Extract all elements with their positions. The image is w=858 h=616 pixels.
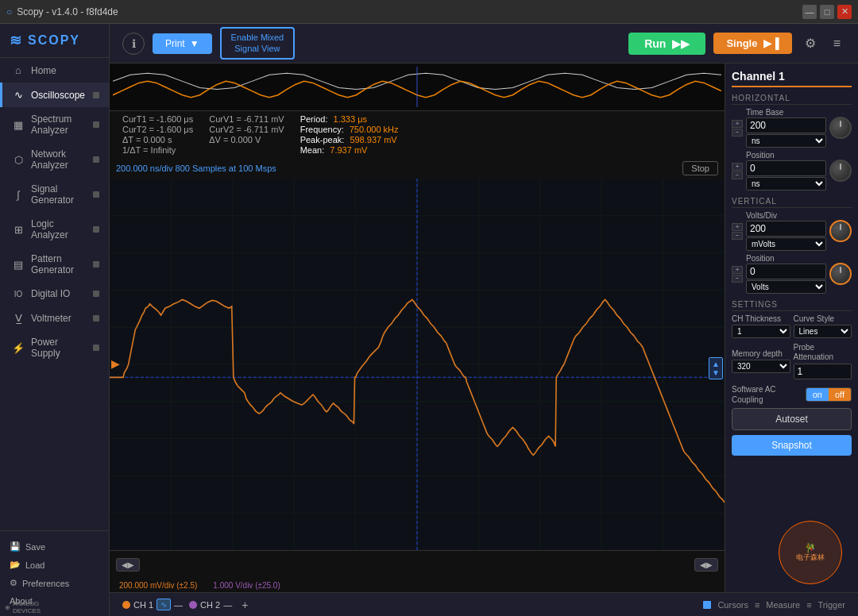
app-icon: ○ <box>6 6 12 17</box>
sidebar-badge-7 <box>93 291 99 297</box>
volts-div-control: + − Volts/Div mVolts Volts <box>732 211 852 251</box>
time-base-field: Time Base ns μs ms <box>746 108 826 148</box>
sidebar-item-pattern[interactable]: ▤ Pattern Generator <box>0 247 109 282</box>
sidebar-item-network[interactable]: ⬡ Network Analyzer <box>0 142 109 177</box>
power-icon: ⚡ <box>12 342 25 354</box>
curve-style-item: Curve Style Lines Dots Steps <box>794 314 852 338</box>
watermark: 🎋 电子森林 <box>779 521 842 584</box>
position-v-plus[interactable]: + <box>732 266 743 274</box>
position-h-pm: + − <box>732 163 743 179</box>
nav-right-button[interactable]: ◀▶ <box>694 558 718 572</box>
sidebar-header: ≋ SCOPY <box>0 24 109 58</box>
mini-waveform <box>110 64 725 111</box>
time-base-unit-select[interactable]: ns μs ms <box>746 134 826 148</box>
maximize-button[interactable]: □ <box>820 5 834 19</box>
volts-div-plus[interactable]: + <box>732 223 743 231</box>
cursor-v2: CurV2 = -6.711 mV <box>209 125 284 134</box>
network-icon: ⬡ <box>12 154 25 166</box>
nav-left-button[interactable]: ◀▶ <box>116 558 140 572</box>
cursor-col-2: CurV1 = -6.711 mV CurV2 = -6.711 mV ΔV =… <box>209 114 284 155</box>
volts-div-field: Volts/Div mVolts Volts <box>746 211 826 251</box>
position-v-pm: + − <box>732 266 743 283</box>
sidebar-item-spectrum[interactable]: ▦ Spectrum Analyzer <box>0 107 109 142</box>
position-v-knob[interactable] <box>829 263 852 285</box>
info-button[interactable]: ℹ <box>122 33 145 55</box>
autoset-button[interactable]: Autoset <box>732 408 852 430</box>
ac-off-button[interactable]: off <box>829 388 851 401</box>
curve-style-select[interactable]: Lines Dots Steps <box>794 325 852 338</box>
single-button[interactable]: Single ▶▐ <box>713 33 791 54</box>
time-base-minus[interactable]: − <box>732 129 743 137</box>
ch1-line: — <box>174 600 183 610</box>
sidebar-item-voltmeter[interactable]: V̲ Voltmeter <box>0 306 109 330</box>
sidebar-item-power[interactable]: ⚡ Power Supply <box>0 330 109 365</box>
logo-text: SCOPY <box>28 33 80 48</box>
sidebar-item-signal-gen[interactable]: ∫ Signal Generator <box>0 177 109 212</box>
add-channel-button[interactable]: + <box>242 599 248 611</box>
volts-div-input[interactable] <box>746 221 826 237</box>
ch2-line: — <box>223 600 232 610</box>
position-v-label: Position <box>746 254 826 263</box>
ac-coupling-toggle: on off <box>806 387 852 402</box>
position-v-unit-select[interactable]: Volts mVolts <box>746 280 826 294</box>
ch2-indicator: CH 2 — <box>189 600 232 610</box>
ac-coupling-label: Software AC Coupling <box>732 384 802 405</box>
run-label: Run <box>644 37 666 50</box>
time-base-plus[interactable]: + <box>732 120 743 128</box>
oscilloscope-icon: ∿ <box>12 89 25 101</box>
time-base-knob[interactable] <box>829 117 852 139</box>
position-h-minus[interactable]: − <box>732 171 743 179</box>
osc-bottom: ◀▶ ◀▶ <box>110 550 725 579</box>
snapshot-button[interactable]: Snapshot <box>732 435 852 456</box>
channel-title: Channel 1 <box>732 70 852 87</box>
volts-div-knob[interactable] <box>829 220 852 242</box>
cursors-icon: ≡ <box>755 600 759 610</box>
bottom-bar: CH 1 ∿ — CH 2 — + Cursors ≡ Measure ≡ Tr… <box>110 592 858 616</box>
ch1-wave-button[interactable]: ∿ <box>157 599 171 610</box>
sidebar-item-oscilloscope[interactable]: ∿ Oscilloscope <box>0 83 109 107</box>
position-v-input[interactable] <box>746 264 826 279</box>
oscilloscope-graph[interactable]: ▶ ▲▼ <box>110 179 725 550</box>
cursor-v1: CurV1 = -6.711 mV <box>209 114 284 124</box>
sidebar-badge-5 <box>93 226 99 233</box>
position-h-knob[interactable] <box>829 160 852 182</box>
measurements-col: Period: 1.333 μs Frequency: 750.000 kHz … <box>300 114 399 155</box>
settings-grid: CH Thickness 1 2 3 Curve Style Lines Dot… <box>732 314 852 338</box>
app-container: ≋ SCOPY ⌂ Home ∿ Oscilloscope ▦ Spectrum… <box>0 24 858 616</box>
settings-button[interactable]: ⚙ <box>800 33 821 54</box>
trigger-arrow[interactable]: ▶ <box>111 357 120 370</box>
sidebar-item-home[interactable]: ⌂ Home <box>0 58 109 83</box>
position-h-plus[interactable]: + <box>732 163 743 171</box>
period-val: Period: 1.333 μs <box>300 114 399 124</box>
horizontal-section: HORIZONTAL <box>732 94 852 105</box>
position-h-input[interactable] <box>746 160 826 176</box>
position-v-field: Position Volts mVolts <box>746 254 826 294</box>
minimize-button[interactable]: — <box>802 5 817 19</box>
print-button[interactable]: Print ▼ <box>153 33 212 54</box>
ch-thickness-select[interactable]: 1 2 3 <box>732 325 790 338</box>
vertical-section: VERTICAL <box>732 197 852 208</box>
menu-button[interactable]: ≡ <box>829 33 845 54</box>
sidebar-item-logic[interactable]: ⊞ Logic Analyzer <box>0 212 109 247</box>
scroll-indicator[interactable]: ▲▼ <box>709 357 723 379</box>
stop-button[interactable]: Stop <box>682 161 718 175</box>
load-item[interactable]: 📂 Load <box>0 556 109 574</box>
close-button[interactable]: ✕ <box>837 5 852 19</box>
save-item[interactable]: 💾 Save <box>0 537 109 556</box>
position-h-unit-select[interactable]: ns μs <box>746 177 826 191</box>
ac-on-button[interactable]: on <box>806 388 829 401</box>
memory-depth-select[interactable]: 320 800 1600 4000 <box>732 360 790 373</box>
time-base-input[interactable] <box>746 117 826 133</box>
probe-att-input[interactable] <box>794 364 852 379</box>
logic-icon: ⊞ <box>12 224 25 236</box>
volts-div-unit-select[interactable]: mVolts Volts <box>746 237 826 251</box>
preferences-item[interactable]: ⚙ Preferences <box>0 574 109 592</box>
run-button[interactable]: Run ▶▶ <box>628 33 705 55</box>
trigger-label: Trigger <box>818 600 845 610</box>
ch-thickness-item: CH Thickness 1 2 3 <box>732 314 790 338</box>
volts-div-minus[interactable]: − <box>732 232 743 240</box>
mixed-signal-button[interactable]: Enable Mixed Signal View <box>220 27 296 59</box>
graph-svg <box>110 179 725 550</box>
position-v-minus[interactable]: − <box>732 275 743 283</box>
sidebar-item-digital-io[interactable]: IO Digital IO <box>0 282 109 306</box>
